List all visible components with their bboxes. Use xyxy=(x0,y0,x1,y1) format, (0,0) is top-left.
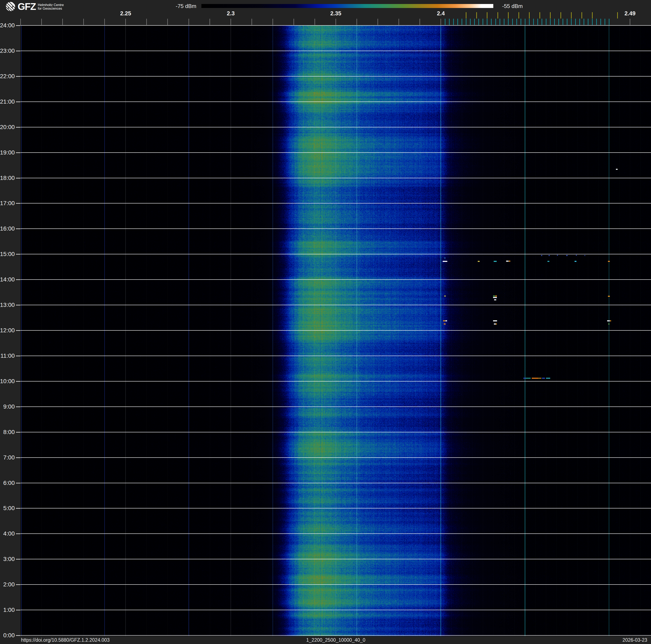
freq-label: 2.35 xyxy=(330,10,341,17)
ble-channel-tick xyxy=(558,19,559,25)
ble-channel-tick xyxy=(508,19,508,25)
freq-minor-tick xyxy=(167,19,168,25)
time-label: 5:00 xyxy=(0,505,15,511)
time-tick xyxy=(16,25,20,26)
ble-channel-tick xyxy=(525,19,525,25)
wifi-channel-tick xyxy=(550,12,551,19)
wifi-channel-tick xyxy=(519,12,519,19)
ble-channel-tick xyxy=(453,19,454,25)
ble-channel-tick xyxy=(600,19,601,25)
ble-channel-tick xyxy=(550,19,551,25)
wifi-channel-tick xyxy=(582,12,582,19)
time-tick xyxy=(16,635,20,636)
wifi-channel-tick xyxy=(476,12,477,19)
time-label: 21:00 xyxy=(0,98,15,105)
time-label: 19:00 xyxy=(0,149,15,156)
colorbar-min-label: -75 dBm xyxy=(161,3,196,9)
time-label: 14:00 xyxy=(0,276,15,283)
freq-label: 2.25 xyxy=(120,10,131,17)
ble-channel-tick xyxy=(596,19,597,25)
time-tick xyxy=(16,381,20,382)
time-label: 0:00 xyxy=(0,632,15,639)
ble-channel-tick xyxy=(609,19,610,25)
time-tick xyxy=(16,457,20,458)
wifi-channel-tick xyxy=(497,12,498,19)
time-label: 8:00 xyxy=(0,429,15,435)
time-tick xyxy=(16,559,20,559)
ble-channel-tick xyxy=(483,19,483,25)
freq-minor-tick xyxy=(273,19,273,25)
time-tick xyxy=(16,407,20,407)
time-tick xyxy=(16,229,20,229)
ble-channel-tick xyxy=(466,19,466,25)
time-label: 17:00 xyxy=(0,200,15,206)
ble-channel-tick xyxy=(449,19,450,25)
time-label: 2:00 xyxy=(0,581,15,588)
time-label: 22:00 xyxy=(0,73,15,80)
ble-channel-tick xyxy=(457,19,458,25)
wifi-channel-tick xyxy=(508,12,508,19)
freq-minor-tick xyxy=(41,19,42,25)
time-tick xyxy=(16,101,20,102)
ble-channel-tick xyxy=(554,19,555,25)
time-label: 23:00 xyxy=(0,48,15,54)
colorbar xyxy=(202,4,493,8)
wifi-channel-tick xyxy=(617,12,618,19)
gfz-logo-icon xyxy=(5,1,16,11)
time-label: 7:00 xyxy=(0,455,15,461)
ble-channel-tick xyxy=(592,19,593,25)
time-tick xyxy=(16,152,20,153)
freq-minor-tick xyxy=(378,19,378,25)
time-label: 15:00 xyxy=(0,251,15,257)
time-tick xyxy=(16,76,20,77)
ble-channel-tick xyxy=(495,19,496,25)
wifi-channel-tick xyxy=(592,12,593,19)
gfz-logo: GFZ Helmholtz Centre for Geosciences xyxy=(5,1,64,11)
freq-minor-tick xyxy=(62,19,63,25)
dataset-name: 1_2200_2500_10000_40_0 xyxy=(306,638,365,643)
time-tick xyxy=(16,279,20,280)
time-label: 13:00 xyxy=(0,302,15,308)
doi-link[interactable]: https://doi.org/10.5880/GFZ.1.2.2024.003 xyxy=(21,638,110,643)
freq-minor-tick xyxy=(20,19,21,25)
time-tick xyxy=(16,508,20,509)
freq-major-tick xyxy=(630,19,630,25)
freq-minor-tick xyxy=(399,19,399,25)
wifi-channel-tick xyxy=(487,12,488,19)
ble-channel-tick xyxy=(445,19,445,25)
time-tick xyxy=(16,483,20,484)
freq-minor-tick xyxy=(293,19,294,25)
ble-channel-tick xyxy=(487,19,488,25)
freq-minor-tick xyxy=(420,19,420,25)
ble-channel-tick xyxy=(474,19,475,25)
freq-minor-tick xyxy=(252,19,252,25)
ble-channel-tick xyxy=(504,19,504,25)
logo-subtitle-line2: for Geosciences xyxy=(38,7,64,10)
time-label: 12:00 xyxy=(0,327,15,333)
ble-channel-tick xyxy=(579,19,580,25)
time-tick xyxy=(16,432,20,433)
ble-channel-tick xyxy=(470,19,471,25)
freq-minor-tick xyxy=(356,19,357,25)
ble-channel-tick xyxy=(584,19,584,25)
time-label: 9:00 xyxy=(0,404,15,410)
time-tick xyxy=(16,127,20,127)
spectrogram-canvas xyxy=(21,25,651,636)
wifi-channel-tick xyxy=(560,12,561,19)
freq-minor-tick xyxy=(210,19,210,25)
freq-label: 2.3 xyxy=(227,10,235,17)
freq-minor-tick xyxy=(146,19,147,25)
time-tick xyxy=(16,330,20,331)
time-label: 18:00 xyxy=(0,175,15,181)
ble-channel-tick xyxy=(491,19,492,25)
time-label: 1:00 xyxy=(0,607,15,613)
freq-label: 2.49 xyxy=(624,10,636,17)
wifi-channel-tick xyxy=(466,12,466,19)
time-tick xyxy=(16,254,20,255)
time-tick xyxy=(16,533,20,534)
time-label: 4:00 xyxy=(0,530,15,537)
time-tick xyxy=(16,203,20,204)
time-label: 16:00 xyxy=(0,226,15,232)
ble-channel-tick xyxy=(529,19,530,25)
freq-major-tick xyxy=(230,19,231,25)
